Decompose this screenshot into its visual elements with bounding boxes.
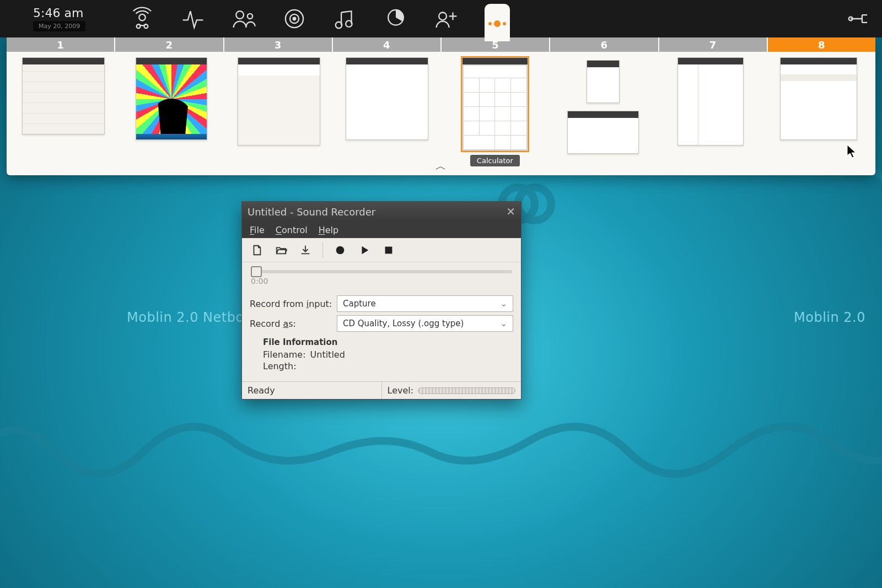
apps-icon[interactable]	[383, 6, 408, 31]
record-button[interactable]	[333, 243, 347, 257]
svg-point-15	[336, 246, 345, 254]
zone-thumbnails: Calculator	[7, 52, 875, 159]
form-area: Record from input: Capture ⌄ Record as: …	[242, 289, 521, 381]
svg-point-13	[439, 13, 447, 20]
network-icon[interactable]	[130, 6, 155, 31]
toolbar	[242, 238, 521, 262]
level-meter	[418, 387, 515, 394]
zones-icon[interactable]	[485, 4, 510, 41]
format-select[interactable]: CD Quality, Lossy (.ogg type) ⌄	[337, 315, 513, 332]
zone-thumb-tooltip: Calculator	[470, 155, 520, 166]
window-title: Untitled - Sound Recorder	[248, 206, 506, 218]
clock[interactable]: 5:46 am May 20, 2009	[33, 6, 85, 31]
filename-value: Untitled	[310, 349, 345, 360]
chevron-down-icon: ⌄	[500, 319, 507, 328]
input-select[interactable]: Capture ⌄	[337, 295, 513, 312]
save-button[interactable]	[298, 243, 313, 257]
menu-help[interactable]: Help	[319, 225, 338, 235]
record-as-label: Record as:	[250, 319, 332, 329]
format-select-value: CD Quality, Lossy (.ogg type)	[343, 319, 464, 328]
play-button[interactable]	[357, 243, 372, 257]
titlebar[interactable]: Untitled - Sound Recorder ✕	[242, 202, 521, 222]
record-from-label: Record from input:	[250, 299, 332, 309]
zone-cell-5[interactable]: Calculator	[442, 57, 548, 157]
zone-cell-2[interactable]	[118, 57, 225, 157]
activity-icon[interactable]	[180, 6, 206, 31]
chevron-down-icon: ⌄	[500, 299, 507, 309]
level-label: Level:	[388, 385, 414, 396]
zone-cell-6[interactable]	[550, 57, 657, 157]
toolbar-separator	[322, 242, 323, 258]
svg-point-14	[849, 17, 853, 21]
desktop-watermark-left: Moblin 2.0 Netbool	[127, 310, 256, 325]
zone-cell-1[interactable]	[10, 57, 117, 157]
svg-point-3	[137, 24, 141, 28]
length-label: Length:	[263, 361, 297, 371]
svg-point-6	[248, 14, 252, 19]
mouse-cursor	[847, 144, 857, 159]
open-button[interactable]	[274, 243, 288, 257]
input-select-value: Capture	[343, 299, 376, 309]
target-icon[interactable]	[282, 6, 307, 31]
clock-time: 5:46 am	[33, 6, 85, 20]
zone-switcher: 1 2 3 4 5 6 7 8	[7, 37, 875, 175]
position-time: 0:00	[251, 277, 512, 285]
zone-tab-1[interactable]: 1	[7, 37, 114, 52]
svg-point-5	[236, 11, 244, 19]
menu-control[interactable]: Control	[276, 225, 308, 235]
menu-file[interactable]: File	[250, 225, 265, 235]
svg-point-9	[293, 18, 296, 20]
add-person-icon[interactable]	[434, 6, 459, 31]
svg-rect-16	[385, 246, 392, 253]
zone-cell-4[interactable]	[334, 57, 440, 157]
sound-recorder-window: Untitled - Sound Recorder ✕ File Control…	[241, 201, 521, 400]
zone-cell-7[interactable]	[658, 57, 765, 157]
collapse-caret-icon[interactable]: ︿	[7, 159, 875, 171]
desktop-watermark-right: Moblin 2.0	[794, 310, 865, 325]
status-left: Ready	[242, 382, 382, 399]
people-icon[interactable]	[231, 6, 256, 31]
status-right: Level:	[382, 382, 521, 399]
clock-date: May 20, 2009	[33, 21, 85, 31]
statusbar: Ready Level:	[242, 381, 521, 399]
panel-right	[846, 6, 871, 31]
position-slider[interactable]	[251, 270, 512, 273]
music-icon[interactable]	[332, 6, 358, 31]
position-slider-area: 0:00	[242, 262, 521, 289]
svg-point-4	[144, 24, 148, 28]
file-info-header: File Information	[263, 337, 510, 347]
menubar: File Control Help	[242, 222, 521, 238]
power-icon[interactable]	[846, 6, 871, 31]
top-panel: 5:46 am May 20, 2009	[0, 0, 882, 37]
slider-thumb[interactable]	[251, 266, 262, 277]
new-button[interactable]	[250, 243, 264, 257]
file-info: File Information Filename: Untitled Leng…	[250, 335, 513, 376]
zone-cell-3[interactable]	[226, 57, 333, 157]
zones-glyph	[488, 20, 506, 27]
close-icon[interactable]: ✕	[506, 205, 515, 218]
filename-label: Filename:	[263, 349, 306, 360]
stop-button[interactable]	[381, 243, 396, 257]
zone-cell-8[interactable]	[765, 57, 872, 157]
svg-point-2	[139, 14, 146, 21]
panel-launcher-icons	[130, 0, 846, 41]
